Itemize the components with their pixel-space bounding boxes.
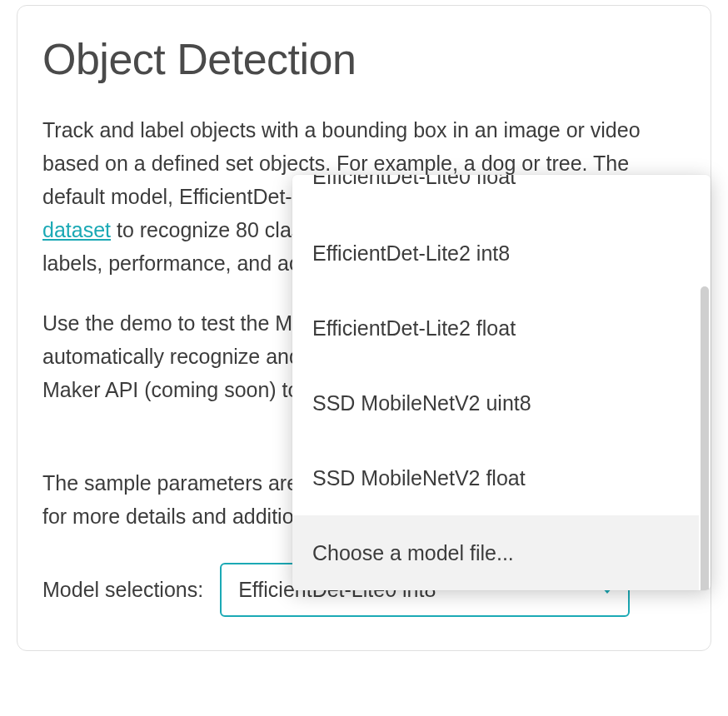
dropdown-item[interactable]: Choose a model file... (292, 515, 699, 590)
dropdown-item[interactable]: SSD MobileNetV2 float (292, 440, 699, 515)
dropdown-item[interactable]: EfficientDet-Lite2 int8 (292, 216, 699, 291)
dropdown-item[interactable]: EfficientDet-Lite2 float (292, 291, 699, 365)
dropdown-item[interactable]: EfficientDet-Lite0 float (292, 175, 699, 216)
dropdown-item-label: EfficientDet-Lite0 float (312, 175, 679, 187)
dropdown-scroll: EfficientDet-Lite0 floatEfficientDet-Lit… (292, 175, 711, 590)
dropdown-item[interactable]: SSD MobileNetV2 uint8 (292, 365, 699, 440)
model-selection-label: Model selections: (42, 578, 203, 602)
model-dropdown: EfficientDet-Lite0 floatEfficientDet-Lit… (292, 175, 711, 590)
scrollbar[interactable] (701, 286, 709, 590)
page-title: Object Detection (42, 36, 686, 83)
